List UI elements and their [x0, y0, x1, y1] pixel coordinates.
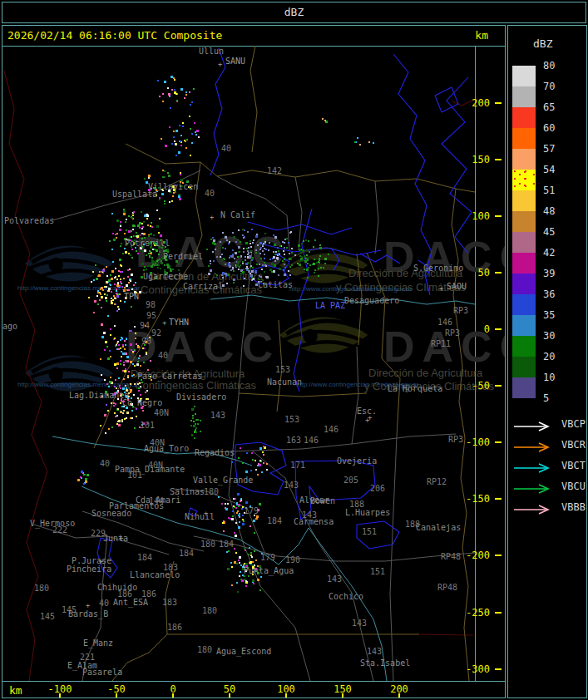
dbz-band — [512, 86, 536, 107]
dbz-band — [512, 149, 536, 170]
arrow-label: VBBB — [561, 501, 586, 513]
legend-arrow-row: VBCU — [513, 481, 555, 491]
dbz-band-value: 42 — [543, 247, 555, 259]
dbz-band-value: 10 — [543, 372, 555, 383]
x-tick-mark — [59, 693, 61, 698]
y-tick-mark — [495, 612, 502, 614]
dbz-band — [512, 232, 536, 253]
y-tick-mark — [495, 102, 502, 104]
x-axis: -100-50050100150200 — [2, 681, 505, 698]
x-tick-mark — [398, 693, 400, 698]
y-tick-label: -50 — [472, 380, 490, 392]
x-axis-unit: km — [9, 684, 22, 697]
dbz-band — [512, 294, 536, 315]
dbz-band — [512, 377, 536, 398]
legend-arrow-row: VBBB — [513, 502, 555, 512]
x-tick-mark — [116, 693, 117, 698]
dbz-band — [512, 274, 536, 294]
dbz-band — [512, 253, 536, 274]
y-axis: 200150100500-50-100-150-200-250-300 — [2, 26, 505, 681]
arrow-icon — [513, 484, 555, 494]
y-tick-mark — [495, 328, 502, 330]
dbz-band-value: 70 — [543, 81, 555, 92]
dbz-band-value: 65 — [543, 101, 555, 113]
dbz-band — [512, 107, 536, 128]
legend-arrow-row: VBCT — [513, 461, 555, 471]
dbz-band — [512, 336, 536, 357]
y-tick-label: -300 — [466, 663, 490, 675]
y-tick-label: -200 — [466, 550, 490, 561]
dbz-band-value: 36 — [543, 288, 555, 300]
dbz-band-value: 30 — [543, 330, 555, 342]
x-tick-mark — [285, 693, 287, 698]
dbz-band-value: 20 — [543, 351, 555, 362]
dbz-band-value: 48 — [543, 205, 555, 217]
dbz-band — [512, 357, 536, 377]
x-tick-mark — [342, 693, 343, 698]
dbz-band-value: 51 — [543, 185, 555, 196]
x-tick-mark — [172, 693, 174, 698]
arrow-label: VBCU — [561, 481, 586, 492]
dbz-band-value: 39 — [543, 268, 555, 279]
dbz-band-value: 45 — [543, 226, 555, 238]
dbz-band-value: 54 — [543, 164, 555, 175]
arrow-label: VBCR — [561, 439, 586, 451]
y-tick-label: -250 — [466, 607, 490, 619]
y-tick-mark — [495, 441, 502, 443]
y-tick-label: 100 — [472, 210, 490, 222]
y-tick-mark — [495, 159, 502, 160]
legend-panel: dBZ 807065605754514845423936353020105 VB… — [507, 25, 587, 698]
page-title: dBZ — [2, 6, 586, 18]
title-bar: dBZ — [2, 2, 586, 23]
y-tick-label: -100 — [466, 436, 490, 448]
radar-map-panel: 2026/02/14 06:16:00 UTC Composite km DAC… — [2, 25, 506, 698]
dbz-band-value: 5 — [543, 392, 549, 404]
dbz-band — [512, 211, 536, 232]
y-tick-label: 0 — [484, 323, 490, 335]
dbz-band — [512, 315, 536, 336]
y-tick-label: 150 — [472, 154, 490, 165]
dbz-band — [512, 128, 536, 149]
y-tick-mark — [495, 385, 502, 387]
x-tick-mark — [229, 693, 230, 698]
dbz-band — [512, 66, 536, 86]
arrow-icon — [513, 463, 555, 473]
y-tick-label: 50 — [478, 267, 490, 279]
arrow-label: VBCT — [561, 460, 586, 471]
dbz-band-value: 80 — [543, 60, 555, 71]
dbz-band-value: 60 — [543, 122, 555, 134]
dbz-band — [512, 190, 536, 211]
legend-title: dBZ — [533, 37, 552, 50]
legend-arrow-row: VBCR — [513, 440, 555, 450]
y-tick-mark — [495, 555, 502, 556]
arrow-icon — [513, 442, 555, 452]
y-tick-mark — [495, 272, 502, 274]
y-tick-mark — [495, 215, 502, 217]
legend-arrow-row: VBCP — [513, 419, 555, 429]
radar-app: { "title_bar": {"title": "dBZ"}, "map": … — [0, 0, 588, 700]
y-tick-label: -150 — [466, 493, 490, 505]
y-tick-mark — [495, 668, 502, 670]
arrow-icon — [513, 421, 555, 431]
arrow-icon — [513, 505, 555, 515]
dbz-band-value: 35 — [543, 309, 555, 321]
y-tick-mark — [495, 498, 502, 500]
arrow-label: VBCP — [561, 418, 586, 430]
y-tick-label: 200 — [472, 97, 490, 109]
dbz-band — [512, 170, 536, 190]
dbz-band-value: 57 — [543, 143, 555, 155]
